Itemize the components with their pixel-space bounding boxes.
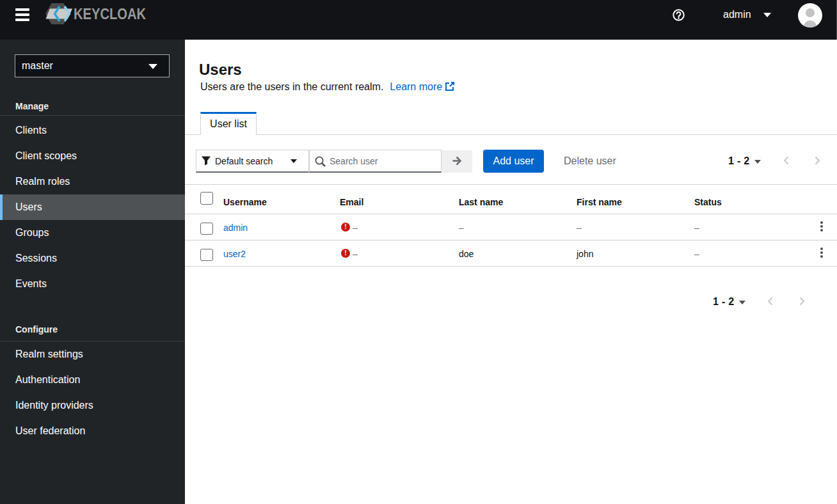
svg-text:KEYCLOAK: KEYCLOAK	[74, 6, 146, 22]
